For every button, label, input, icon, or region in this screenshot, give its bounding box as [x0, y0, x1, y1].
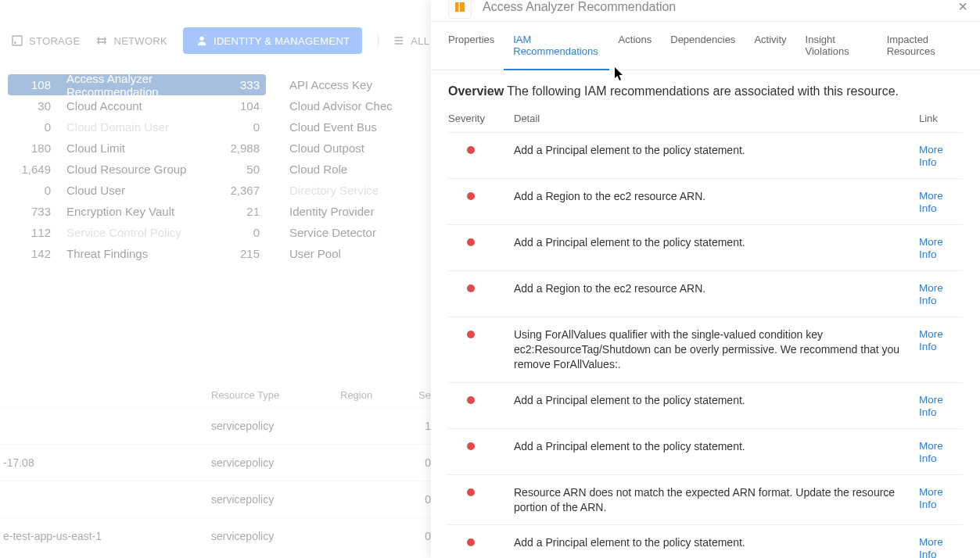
filter-identity[interactable]: IDENTITY & MANAGEMENT [183, 27, 362, 54]
cell-rtype: servicepolicy [211, 420, 340, 432]
severity-cell [448, 281, 514, 292]
overview-label: Overview [448, 84, 504, 98]
close-icon[interactable]: × [958, 0, 967, 16]
svg-rect-0 [13, 36, 22, 45]
cell-name [0, 493, 211, 506]
rtype-name: Cloud User [66, 184, 219, 197]
rtype-row[interactable]: Identity Provider [266, 201, 430, 222]
rtype-count: 733 [8, 205, 66, 218]
cell-region [340, 456, 418, 469]
more-info-link[interactable]: More Info [919, 282, 943, 306]
rtype-count: 112 [8, 226, 66, 239]
rtype-total: 215 [219, 247, 266, 260]
table-row[interactable]: e-test-app-us-east-1servicepolicy0 [0, 517, 431, 554]
side-tab-activity[interactable]: Activity [745, 22, 795, 70]
rtype-row[interactable]: 108Access Analyzer Recommendation333 [8, 74, 266, 95]
side-tab-iam-recommendations[interactable]: IAM Recommendations [504, 22, 608, 70]
detail-cell: Resource ARN does not match the expected… [514, 485, 919, 515]
severity-dot-icon [467, 331, 475, 338]
severity-cell [448, 535, 514, 546]
rtype-row[interactable]: 1,649Cloud Resource Group50 [8, 159, 266, 180]
cell-rtype: servicepolicy [211, 456, 340, 469]
severity-cell [448, 143, 514, 154]
recommendation-row: Add a Principal element to the policy st… [448, 132, 963, 178]
table-row[interactable]: servicepolicy1 [0, 407, 431, 444]
rtype-name: Cloud Advisor Chec [266, 99, 430, 113]
rtype-total: 2,367 [219, 184, 266, 197]
rtype-count: 180 [8, 141, 66, 155]
rtype-name: Directory Service [266, 184, 430, 197]
side-tab-properties[interactable]: Properties [439, 22, 504, 70]
network-icon [95, 34, 108, 47]
rtype-row[interactable]: Cloud Event Bus [266, 116, 430, 138]
rtype-row[interactable]: 180Cloud Limit2,988 [8, 138, 266, 159]
more-info-link[interactable]: More Info [919, 190, 943, 214]
side-tab-dependencies[interactable]: Dependencies [661, 22, 745, 70]
rtype-row[interactable]: 0Cloud Domain User0 [8, 116, 266, 138]
rtype-row[interactable]: 142Threat Findings215 [8, 243, 266, 264]
rtype-name: Access Analyzer Recommendation [66, 72, 219, 98]
rtype-row[interactable]: 30Cloud Account104 [8, 95, 266, 116]
rtype-name: Cloud Role [266, 163, 430, 176]
link-cell: More Info [919, 535, 963, 558]
rtype-count: 1,649 [8, 163, 66, 176]
severity-dot-icon [467, 538, 475, 546]
storage-icon [11, 34, 23, 47]
cell-sev: 0 [418, 530, 431, 542]
cell-region [340, 493, 418, 506]
col-link: Link [919, 113, 963, 124]
rtype-row[interactable]: 0Cloud User2,367 [8, 180, 266, 201]
side-tab-impacted-resources[interactable]: Impacted Resources [878, 22, 972, 70]
link-cell: More Info [919, 281, 963, 306]
svg-point-2 [199, 37, 203, 41]
link-cell: More Info [919, 393, 963, 418]
link-cell: More Info [919, 189, 963, 214]
detail-cell: Using ForAllValues qualifier with the si… [514, 327, 919, 372]
rtype-row[interactable]: 733Encryption Key Vault21 [8, 201, 266, 222]
more-info-link[interactable]: More Info [919, 236, 943, 260]
more-info-link[interactable]: More Info [919, 536, 943, 558]
side-tab-actions[interactable]: Actions [609, 22, 662, 70]
rtype-row[interactable]: API Access Key [266, 74, 430, 95]
overview-text: The following IAM recommendations are as… [507, 84, 899, 98]
more-info-link[interactable]: More Info [919, 440, 943, 464]
link-cell: More Info [919, 485, 963, 510]
rtype-count: 0 [8, 184, 66, 197]
severity-dot-icon [467, 146, 475, 154]
cell-sev: 0 [418, 456, 431, 469]
rtype-total: 0 [219, 226, 266, 239]
rtype-count: 142 [8, 247, 66, 260]
more-info-link[interactable]: More Info [919, 328, 943, 352]
recommendation-row: Add a Principal element to the policy st… [448, 428, 963, 474]
rtype-total: 50 [219, 163, 266, 176]
cell-region [340, 420, 418, 432]
filter-network[interactable]: NETWORK [95, 34, 167, 47]
more-info-link[interactable]: More Info [919, 394, 943, 418]
rtype-name: Service Detector [266, 226, 430, 239]
table-row[interactable]: -17.08servicepolicy0 [0, 444, 431, 481]
severity-dot-icon [467, 238, 475, 246]
more-info-link[interactable]: More Info [919, 486, 943, 510]
recommendation-row: Add a Region to the ec2 resource ARN.Mor… [448, 270, 963, 317]
cell-rtype: servicepolicy [211, 493, 340, 506]
rtype-row[interactable]: Directory Service [266, 180, 430, 201]
rtype-row[interactable]: User Pool [266, 243, 430, 264]
severity-cell [448, 189, 514, 200]
more-info-link[interactable]: More Info [919, 144, 943, 168]
rtype-row[interactable]: Service Detector [266, 222, 430, 243]
table-row[interactable]: servicepolicy0 [0, 481, 431, 517]
rtype-name: Cloud Resource Group [66, 163, 219, 176]
side-tab-insight-violations[interactable]: Insight Violations [796, 22, 878, 70]
col-sev-head[interactable]: Se [418, 389, 431, 401]
rtype-row[interactable]: Cloud Role [266, 159, 430, 180]
rtype-row[interactable]: Cloud Advisor Chec [266, 95, 430, 116]
rtype-row[interactable]: Cloud Outpost [266, 138, 430, 159]
col-rtype-head[interactable]: Resource Type [211, 389, 340, 401]
rtype-name: Service Control Policy [66, 226, 219, 239]
rtype-row[interactable]: 112Service Control Policy0 [8, 222, 266, 243]
detail-cell: Add a Principal element to the policy st… [514, 143, 919, 158]
menu-icon [393, 34, 405, 47]
filter-storage[interactable]: STORAGE [11, 34, 80, 47]
col-region-head[interactable]: Region [340, 389, 418, 401]
detail-cell: Add a Region to the ec2 resource ARN. [514, 281, 919, 296]
